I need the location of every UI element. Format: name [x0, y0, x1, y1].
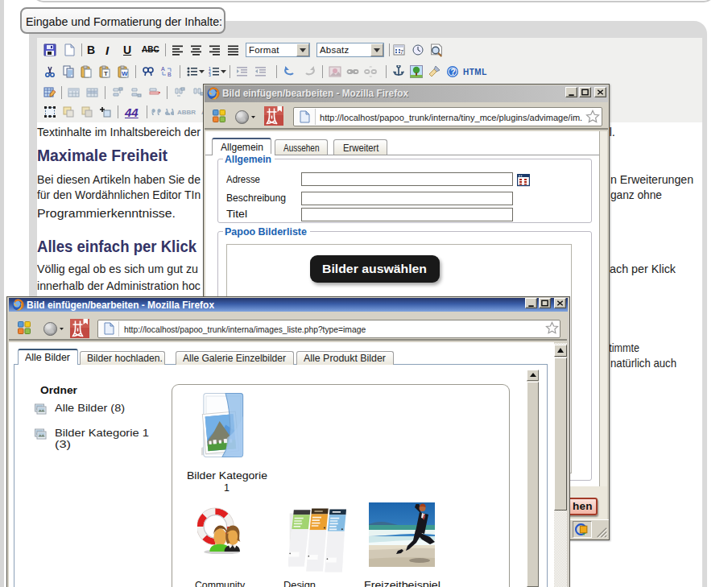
svg-text:T: T	[104, 70, 108, 77]
svg-text:W: W	[122, 70, 128, 77]
svg-text:B: B	[168, 72, 172, 77]
svg-text:A: A	[161, 66, 165, 72]
svg-text:?: ?	[451, 68, 456, 76]
svg-text:7: 7	[400, 49, 403, 55]
svg-text:3: 3	[209, 72, 211, 77]
